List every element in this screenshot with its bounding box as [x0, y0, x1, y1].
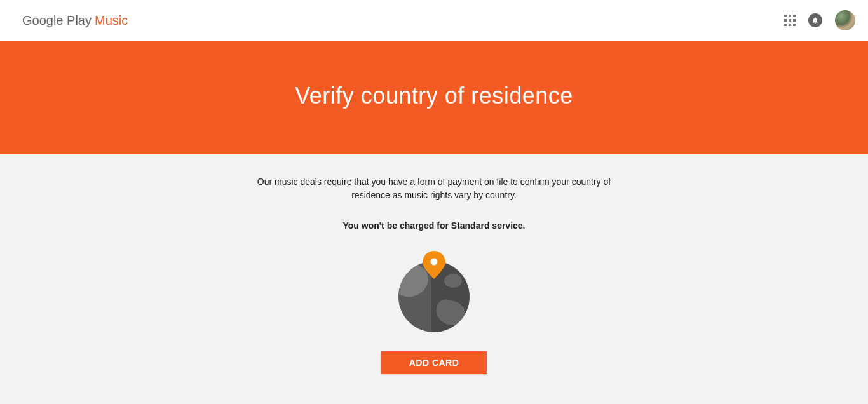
app-header: Google Play Music	[0, 0, 868, 41]
add-card-button[interactable]: ADD CARD	[381, 351, 487, 374]
hero-banner: Verify country of residence	[0, 41, 868, 154]
header-actions	[784, 10, 855, 30]
description-text: Our music deals require that you have a …	[250, 175, 618, 202]
logo-text-google-play: Google Play	[22, 13, 92, 28]
notifications-icon[interactable]	[808, 13, 822, 27]
location-pin-icon	[423, 251, 445, 279]
user-avatar[interactable]	[835, 10, 855, 30]
app-logo[interactable]: Google Play Music	[22, 13, 128, 28]
svg-point-0	[431, 259, 438, 266]
globe-wrap	[398, 261, 470, 332]
location-illustration	[0, 251, 868, 337]
main-content: Our music deals require that you have a …	[0, 154, 868, 374]
emphasis-text: You won't be charged for Standard servic…	[0, 220, 868, 231]
logo-text-music: Music	[95, 13, 128, 28]
apps-grid-icon[interactable]	[784, 15, 796, 26]
page-title: Verify country of residence	[295, 83, 573, 109]
